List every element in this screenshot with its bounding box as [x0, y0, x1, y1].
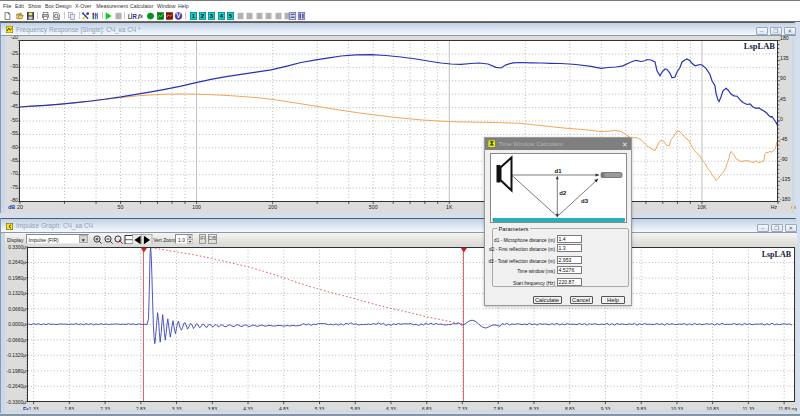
svg-text:Help: Help	[178, 3, 189, 9]
svg-text:LspLAB: LspLAB	[762, 250, 792, 259]
svg-text:-40: -40	[11, 90, 19, 96]
svg-text:0.0000μ: 0.0000μ	[8, 323, 26, 328]
svg-text:100: 100	[192, 204, 201, 210]
svg-text:10K: 10K	[697, 204, 707, 210]
svg-text:20: 20	[17, 204, 23, 210]
svg-text:Time Window Calculator: Time Window Calculator	[499, 141, 564, 147]
svg-text:-55: -55	[11, 130, 19, 136]
svg-text:-90: -90	[780, 156, 788, 162]
svg-text:45: 45	[780, 96, 786, 102]
svg-text:Box Design: Box Design	[45, 3, 72, 9]
svg-text:-80: -80	[11, 197, 19, 203]
svg-text:-0.0660μ: -0.0660μ	[7, 338, 27, 343]
svg-text:1K: 1K	[446, 204, 453, 210]
svg-text:V: V	[176, 12, 181, 19]
svg-text:-70: -70	[11, 171, 19, 177]
svg-text:Show: Show	[28, 3, 41, 9]
svg-text:Frequency Response [Single]: С: Frequency Response [Single]: СЧ_ка СЧ *	[16, 26, 141, 34]
svg-text:Impulse Graph: СЧ_ка СЧ: Impulse Graph: СЧ_ка СЧ	[16, 222, 93, 230]
svg-text:d1 - Microphone distance (m): d1 - Microphone distance (m)	[494, 237, 555, 242]
svg-text:-50: -50	[11, 117, 19, 123]
svg-text:0.0660μ: 0.0660μ	[8, 307, 26, 312]
svg-text:d2: d2	[559, 190, 567, 196]
svg-text:-180: -180	[780, 196, 790, 202]
svg-text:-135: -135	[780, 176, 790, 182]
svg-text:-0.3300μ: -0.3300μ	[7, 400, 27, 405]
svg-text:Edit: Edit	[15, 3, 24, 9]
svg-text:2.953: 2.953	[559, 257, 572, 263]
svg-text:X-Over: X-Over	[75, 3, 92, 9]
svg-text:0.2640μ: 0.2640μ	[8, 261, 26, 266]
svg-text:dB: dB	[8, 204, 15, 210]
svg-text:Hz: Hz	[771, 204, 778, 210]
svg-text:0.1980μ: 0.1980μ	[8, 276, 26, 281]
svg-text:0.1320μ: 0.1320μ	[8, 292, 26, 297]
svg-text:d1: d1	[555, 167, 563, 173]
svg-text:Calculator: Calculator	[130, 3, 154, 9]
svg-text:135: 135	[780, 56, 789, 62]
svg-text:-20: -20	[11, 36, 19, 40]
svg-text:LspLAB: LspLAB	[744, 41, 776, 51]
svg-text:Window: Window	[157, 3, 176, 9]
svg-text:220.87: 220.87	[559, 279, 575, 285]
svg-text:-25: -25	[11, 50, 19, 56]
svg-text:1.4: 1.4	[559, 236, 566, 242]
svg-text:Start frequency (Hz): Start frequency (Hz)	[513, 281, 555, 286]
svg-text:-0.2640μ: -0.2640μ	[7, 385, 27, 390]
svg-text:-0.1320μ: -0.1320μ	[7, 354, 27, 359]
svg-text:180: 180	[780, 36, 789, 41]
svg-text:4.5276: 4.5276	[559, 267, 575, 273]
svg-text:Time window (ms): Time window (ms)	[517, 269, 555, 274]
svg-text:d3: d3	[581, 197, 589, 203]
svg-text:-45: -45	[11, 103, 19, 109]
svg-text:Display: Display	[7, 237, 24, 243]
svg-text:File: File	[3, 3, 11, 9]
svg-text:0: 0	[780, 116, 783, 122]
svg-text:d2 - First reflection distance: d2 - First reflection distance (m)	[489, 247, 555, 252]
svg-text:-60: -60	[11, 144, 19, 150]
svg-text:90: 90	[780, 76, 786, 82]
svg-text:50: 50	[118, 204, 124, 210]
svg-text:-30: -30	[11, 63, 19, 69]
svg-text:✕: ✕	[622, 141, 628, 148]
svg-text:500: 500	[369, 204, 378, 210]
svg-text:1.0: 1.0	[178, 237, 185, 243]
svg-text:-65: -65	[11, 157, 19, 163]
svg-text:-35: -35	[11, 77, 19, 83]
svg-text:d3 - Total reflection distance: d3 - Total reflection distance (m)	[488, 258, 555, 263]
svg-text:Measurement: Measurement	[96, 3, 128, 9]
svg-text:fs: fs	[137, 12, 142, 19]
svg-text:Impulse (FIR): Impulse (FIR)	[29, 237, 60, 243]
svg-text:-45: -45	[780, 136, 788, 142]
svg-text:-0.1980μ: -0.1980μ	[7, 369, 27, 374]
svg-text:200: 200	[268, 204, 277, 210]
svg-text:0.3300μ: 0.3300μ	[8, 245, 26, 250]
svg-text:1.3: 1.3	[559, 245, 566, 251]
svg-text:-75: -75	[11, 184, 19, 190]
